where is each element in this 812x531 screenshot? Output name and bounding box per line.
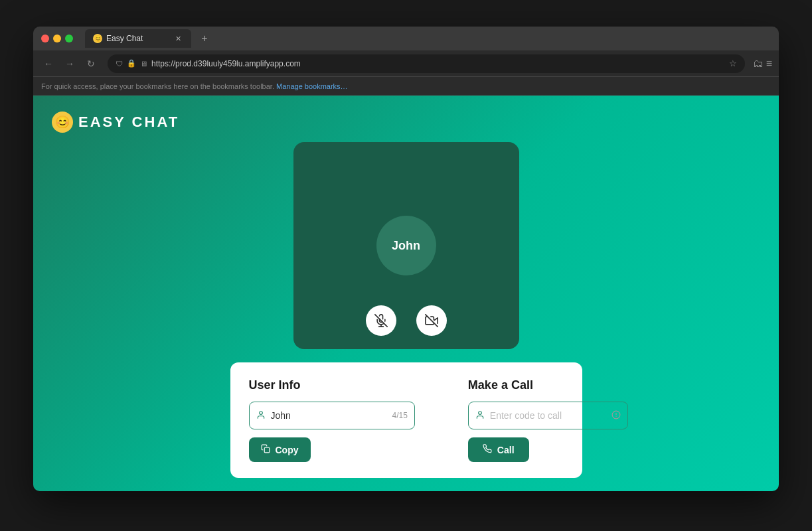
user-info-title: User Info [249,378,415,392]
info-icon [611,410,621,421]
avatar-name: John [392,239,420,253]
phone-icon [483,444,492,455]
char-count: 4/15 [392,411,408,420]
mute-mic-button[interactable] [366,305,396,336]
username-input-wrapper: 4/15 [249,402,415,429]
manage-bookmarks-link[interactable]: Manage bookmarks… [276,82,348,90]
copy-icon [261,444,270,455]
app-content: 😊 EASY CHAT John [33,96,779,491]
address-bar[interactable]: 🛡 🔒 🖥 https://prod.d39luuly459lu.amplify… [108,54,745,73]
mute-video-button[interactable] [416,305,447,336]
username-input[interactable] [271,410,387,421]
svg-point-6 [479,411,482,414]
forward-button[interactable]: → [61,55,78,72]
app-header: 😊 EASY CHAT [46,109,766,135]
active-tab[interactable]: 😊 Easy Chat ✕ [85,29,191,48]
svg-rect-5 [264,447,270,453]
minimize-traffic-light[interactable] [53,35,61,42]
video-controls [366,305,447,336]
bookmarks-hint-text: For quick access, place your bookmarks h… [41,82,274,90]
copy-button-label: Copy [276,445,299,455]
tab-title: Easy Chat [106,34,143,43]
call-button[interactable]: Call [468,437,529,462]
app-title: EASY CHAT [78,114,179,131]
info-panel: User Info 4/15 [230,362,582,478]
copy-button[interactable]: Copy [249,437,311,462]
browser-window: 😊 Easy Chat ✕ + ← → ↻ 🛡 🔒 🖥 https://prod… [33,27,779,491]
reload-button[interactable]: ↻ [82,55,100,72]
call-code-input-wrapper [468,402,628,429]
lock-icon: 🔒 [127,59,136,68]
traffic-lights [41,35,73,42]
call-user-icon [475,410,485,421]
tab-favicon: 😊 [93,34,102,43]
screen-icon: 🖥 [140,60,147,68]
make-call-title: Make a Call [468,378,628,392]
app-logo: 😊 [52,112,73,133]
title-bar: 😊 Easy Chat ✕ + [33,27,779,50]
shield-icon: 🛡 [116,60,123,68]
close-traffic-light[interactable] [41,35,49,42]
video-container: John [293,142,519,349]
make-call-section: Make a Call [468,378,628,462]
toolbar-right: 🗂 ≡ [753,58,772,70]
bookmark-star-icon[interactable]: ☆ [729,58,737,68]
user-info-section: User Info 4/15 [249,378,415,462]
user-avatar: John [376,216,436,275]
menu-icon[interactable]: ≡ [766,58,772,70]
toolbar: ← → ↻ 🛡 🔒 🖥 https://prod.d39luuly459lu.a… [33,50,779,77]
tab-close-button[interactable]: ✕ [173,33,183,44]
new-tab-button[interactable]: + [197,31,212,46]
bookmarks-bar: For quick access, place your bookmarks h… [33,77,779,96]
maximize-traffic-light[interactable] [65,35,73,42]
call-button-label: Call [497,445,515,455]
tab-bar: 😊 Easy Chat ✕ + [85,29,771,48]
url-text: https://prod.d39luuly459lu.amplifyapp.co… [151,59,725,68]
pocket-icon[interactable]: 🗂 [753,58,764,70]
call-code-input[interactable] [490,410,606,421]
back-button[interactable]: ← [40,55,57,72]
svg-point-4 [259,411,262,414]
user-icon [256,410,266,421]
